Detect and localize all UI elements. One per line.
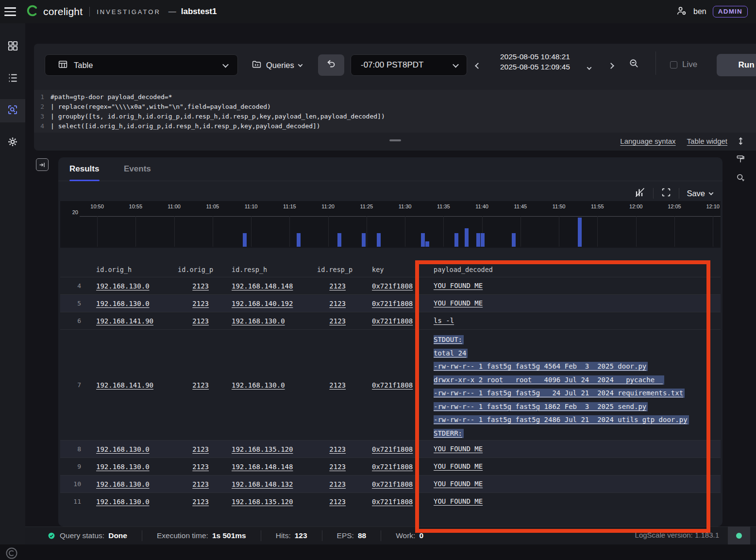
live-checkbox[interactable] xyxy=(670,61,677,68)
column-header-id-orig-h[interactable]: id.orig_h xyxy=(96,266,178,273)
cell-id-resp-p[interactable]: 2123 xyxy=(317,317,346,325)
payload-text[interactable]: -rw-rw-r-- 1 fast5g fast5g 1862 Feb 3 20… xyxy=(434,402,648,411)
cell-id-resp-p-value[interactable]: 2123 xyxy=(329,381,346,389)
cell-key-value[interactable]: 0x721f1808 xyxy=(372,480,413,488)
table-row[interactable]: 5192.168.130.02123192.168.140.19221230x7… xyxy=(60,294,721,312)
cell-id-orig-h[interactable]: 192.168.130.0 xyxy=(96,480,178,488)
cell-id-resp-h-value[interactable]: 192.168.135.120 xyxy=(232,445,293,453)
query-editor[interactable]: 1#path=gtp-door payload_decoded=*2| repl… xyxy=(34,90,756,133)
expand-vertical-icon[interactable] xyxy=(736,136,746,148)
cell-id-resp-h[interactable]: 192.168.130.0 xyxy=(209,381,317,389)
time-range-prev-button[interactable] xyxy=(476,61,480,70)
chart-bar[interactable] xyxy=(337,233,341,247)
chart-bar[interactable] xyxy=(425,241,429,247)
payload-line[interactable]: -rw-rw-r-- 1 fast5g fast5g 1862 Feb 3 20… xyxy=(434,400,721,414)
cell-id-orig-h-value[interactable]: 192.168.141.90 xyxy=(96,381,153,389)
cell-id-orig-h-value[interactable]: 192.168.130.0 xyxy=(96,498,150,506)
cell-id-resp-p[interactable]: 2123 xyxy=(317,445,346,453)
cell-id-orig-h-value[interactable]: 192.168.130.0 xyxy=(96,300,150,307)
cell-id-orig-h-value[interactable]: 192.168.141.90 xyxy=(96,317,153,325)
sidebar-item-settings[interactable] xyxy=(0,131,25,154)
cell-id-resp-p[interactable]: 2123 xyxy=(317,282,346,290)
queries-button[interactable]: Queries xyxy=(252,54,302,76)
chart-bar[interactable] xyxy=(465,228,469,247)
payload-text[interactable]: STDOUT: xyxy=(434,335,464,344)
table-row[interactable]: 11192.168.130.02123192.168.135.12021230x… xyxy=(60,492,721,510)
cell-id-orig-h[interactable]: 192.168.130.0 xyxy=(96,498,178,506)
copyright-icon[interactable] xyxy=(5,547,18,560)
column-header-id-resp-p[interactable]: id.resp_p xyxy=(317,266,346,273)
cell-payload-decoded[interactable]: YOU FOUND ME xyxy=(420,477,721,491)
cell-id-resp-h-value[interactable]: 192.168.130.0 xyxy=(232,381,285,389)
payload-text[interactable]: ls -l xyxy=(434,317,454,324)
cell-id-resp-p[interactable]: 2123 xyxy=(317,300,346,307)
payload-line[interactable]: YOU FOUND ME xyxy=(434,279,721,293)
payload-text[interactable]: YOU FOUND ME xyxy=(434,497,483,505)
column-header-key[interactable]: key xyxy=(346,266,420,273)
cell-id-orig-p-value[interactable]: 2123 xyxy=(192,282,209,290)
cell-id-orig-p[interactable]: 2123 xyxy=(178,381,209,389)
cell-payload-decoded[interactable]: YOU FOUND ME xyxy=(420,495,721,509)
editor-resize-handle[interactable] xyxy=(389,139,401,141)
open-side-panel-icon[interactable] xyxy=(36,158,49,171)
cell-id-orig-h[interactable]: 192.168.141.90 xyxy=(96,381,178,389)
cell-id-resp-p[interactable]: 2123 xyxy=(317,381,346,389)
cell-id-orig-p[interactable]: 2123 xyxy=(178,282,209,290)
undo-button[interactable] xyxy=(318,54,344,76)
chart-bar[interactable] xyxy=(481,233,485,247)
cell-payload-decoded[interactable]: YOU FOUND ME xyxy=(420,460,721,474)
payload-text[interactable]: drwxr-xr-x 2 root root 4096 Jul 24 2024 … xyxy=(434,375,664,385)
table-row[interactable]: 6192.168.141.902123192.168.130.021230x72… xyxy=(60,312,721,329)
view-type-select[interactable]: Table xyxy=(45,54,238,76)
payload-line[interactable]: ls -l xyxy=(434,314,721,328)
cell-key[interactable]: 0x721f1808 xyxy=(346,445,420,453)
payload-line[interactable]: STDERR: xyxy=(434,427,721,441)
table-row[interactable]: 9192.168.130.02123192.168.148.14821230x7… xyxy=(60,458,721,475)
payload-text[interactable]: YOU FOUND ME xyxy=(434,480,483,488)
save-button[interactable]: Save xyxy=(687,189,713,198)
cell-id-orig-p[interactable]: 2123 xyxy=(178,463,209,471)
sidebar-item-dashboards[interactable] xyxy=(0,35,25,58)
column-header-id-orig-p[interactable]: id.orig_p xyxy=(178,266,209,273)
column-header-id-resp-h[interactable]: id.resp_h xyxy=(209,266,317,273)
cell-id-orig-p-value[interactable]: 2123 xyxy=(192,480,209,488)
cell-id-orig-h-value[interactable]: 192.168.130.0 xyxy=(96,480,150,488)
fullscreen-icon[interactable] xyxy=(661,187,672,200)
zoom-out-time-icon[interactable] xyxy=(628,58,639,71)
chart-bar[interactable] xyxy=(243,233,247,247)
payload-line[interactable]: -rw-rw-r-- 1 fast5g fast5g 2486 Jul 21 2… xyxy=(434,413,721,427)
cell-id-resp-h-value[interactable]: 192.168.130.0 xyxy=(232,317,285,325)
language-syntax-link[interactable]: Language syntax xyxy=(620,137,675,145)
payload-line[interactable]: YOU FOUND ME xyxy=(434,297,721,310)
payload-text[interactable]: YOU FOUND ME xyxy=(434,282,483,289)
payload-line[interactable]: total 24 xyxy=(434,347,721,360)
table-row[interactable]: 10192.168.130.02123192.168.148.13221230x… xyxy=(60,475,721,492)
run-button[interactable]: Run xyxy=(717,54,756,76)
toggle-histogram-icon[interactable] xyxy=(634,187,646,200)
sidebar-item-logs[interactable] xyxy=(0,67,25,90)
chart-bar[interactable] xyxy=(377,233,381,247)
tab-events[interactable]: Events xyxy=(124,164,151,174)
table-row[interactable]: 8192.168.130.02123192.168.135.12021230x7… xyxy=(60,440,721,458)
payload-line[interactable]: YOU FOUND ME xyxy=(434,495,721,509)
payload-text[interactable]: -rw-rw-r-- 1 fast5g fast5g 2486 Jul 21 2… xyxy=(434,415,689,424)
cell-id-resp-h[interactable]: 192.168.130.0 xyxy=(209,317,317,325)
cell-id-orig-h-value[interactable]: 192.168.130.0 xyxy=(96,463,150,471)
cell-id-orig-p[interactable]: 2123 xyxy=(178,300,209,307)
time-range-display[interactable]: 2025-08-05 10:48:21 2025-08-05 12:09:45 xyxy=(500,51,570,72)
cell-key-value[interactable]: 0x721f1808 xyxy=(372,317,413,325)
cell-id-orig-h[interactable]: 192.168.130.0 xyxy=(96,282,178,290)
payload-line[interactable]: drwxr-xr-x 2 root root 4096 Jul 24 2024 … xyxy=(434,373,721,387)
cell-id-resp-h[interactable]: 192.168.140.192 xyxy=(209,300,317,307)
sidebar-item-search[interactable] xyxy=(0,99,25,122)
cell-id-resp-h[interactable]: 192.168.148.132 xyxy=(209,480,317,488)
format-brush-icon[interactable] xyxy=(736,154,745,166)
cell-id-orig-p-value[interactable]: 2123 xyxy=(192,498,209,506)
table-row[interactable]: 7192.168.141.902123192.168.130.021230x72… xyxy=(60,329,721,440)
payload-text[interactable]: STDERR: xyxy=(434,429,464,438)
cell-key[interactable]: 0x721f1808 xyxy=(346,300,420,307)
cell-payload-decoded[interactable]: ls -l xyxy=(420,314,721,328)
health-indicator[interactable] xyxy=(728,526,750,544)
chart-bar[interactable] xyxy=(512,233,516,247)
chart-bar[interactable] xyxy=(362,233,366,247)
